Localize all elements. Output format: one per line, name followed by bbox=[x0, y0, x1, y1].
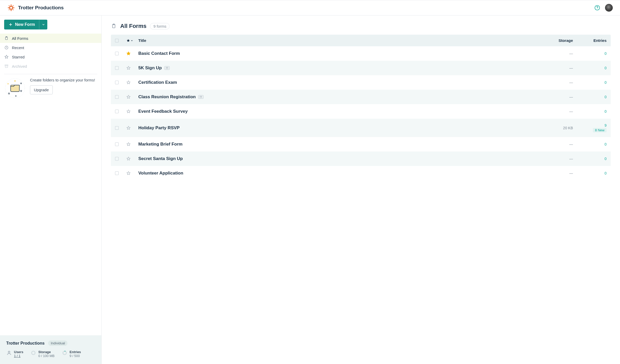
svg-point-14 bbox=[8, 351, 10, 353]
row-checkbox[interactable] bbox=[115, 157, 119, 161]
entries-cell[interactable]: 0 bbox=[573, 95, 607, 99]
svg-point-13 bbox=[16, 96, 16, 96]
column-storage[interactable]: Storage bbox=[539, 38, 573, 43]
stat-storage: Storage 0 / 100 MB bbox=[31, 350, 55, 358]
user-icon bbox=[6, 350, 12, 356]
row-checkbox[interactable] bbox=[115, 95, 119, 99]
sidebar-item-starred[interactable]: Starred bbox=[0, 52, 101, 62]
table-row[interactable]: Marketing Brief Form — 0 bbox=[111, 137, 611, 151]
form-title[interactable]: Basic Contact Form bbox=[138, 51, 539, 56]
form-title[interactable]: Holiday Party RSVP bbox=[138, 125, 539, 131]
form-title[interactable]: Secret Santa Sign Up bbox=[138, 156, 539, 161]
entries-cell[interactable]: 0 bbox=[573, 109, 607, 113]
svg-point-0 bbox=[10, 6, 13, 9]
sidebar-item-all-forms[interactable]: All Forms bbox=[0, 34, 101, 43]
form-title[interactable]: Class Reunion Registration bbox=[138, 94, 539, 100]
form-title[interactable]: Certification Exam bbox=[138, 80, 539, 85]
brand-logo-icon bbox=[7, 4, 15, 12]
row-checkbox[interactable] bbox=[115, 142, 119, 146]
table-row[interactable]: Event Feedback Survey — 0 bbox=[111, 104, 611, 119]
storage-value: — bbox=[539, 142, 573, 146]
row-star-toggle[interactable] bbox=[126, 157, 138, 161]
brand[interactable]: Trotter Productions bbox=[7, 4, 64, 12]
row-checkbox[interactable] bbox=[115, 66, 119, 70]
help-icon[interactable] bbox=[594, 5, 600, 11]
folders-promo: Create folders to organize your forms! U… bbox=[0, 77, 101, 103]
row-star-toggle[interactable] bbox=[126, 95, 138, 99]
column-title[interactable]: Title bbox=[138, 38, 539, 43]
stat-users[interactable]: Users 1 / 1 bbox=[6, 350, 23, 358]
star-icon bbox=[4, 55, 9, 59]
entries-count: 0 bbox=[604, 51, 607, 56]
table-row[interactable]: Secret Santa Sign Up — 0 bbox=[111, 151, 611, 166]
row-checkbox[interactable] bbox=[115, 110, 119, 113]
folder-art-icon bbox=[4, 77, 26, 99]
page-count-badge: 9 forms bbox=[150, 23, 170, 29]
stat-value: 9 / 500 bbox=[70, 354, 81, 358]
entries-cell[interactable]: 0 bbox=[573, 66, 607, 70]
entries-count: 0 bbox=[604, 157, 607, 161]
table-row[interactable]: 5K Sign Up — 0 bbox=[111, 61, 611, 75]
clock-icon bbox=[4, 45, 9, 50]
stat-value[interactable]: 1 / 1 bbox=[14, 354, 23, 358]
form-title[interactable]: Marketing Brief Form bbox=[138, 142, 539, 147]
table-row[interactable]: Volunteer Application — 0 bbox=[111, 166, 611, 180]
row-star-toggle[interactable] bbox=[126, 126, 138, 130]
upgrade-button[interactable]: Upgrade bbox=[30, 85, 53, 94]
entries-cell[interactable]: 0 bbox=[573, 142, 607, 146]
svg-rect-10 bbox=[20, 90, 22, 92]
row-checkbox[interactable] bbox=[115, 81, 119, 84]
form-title[interactable]: 5K Sign Up bbox=[138, 65, 539, 71]
row-checkbox[interactable] bbox=[115, 171, 119, 175]
stat-label: Users bbox=[14, 350, 23, 354]
stat-value: 0 / 100 MB bbox=[38, 354, 55, 358]
entries-count: 0 bbox=[604, 95, 607, 99]
table-row[interactable]: Holiday Party RSVP 20 KB 98 New bbox=[111, 119, 611, 137]
row-checkbox[interactable] bbox=[115, 52, 119, 55]
row-star-toggle[interactable] bbox=[126, 51, 138, 56]
table-row[interactable]: Basic Contact Form — 0 bbox=[111, 46, 611, 61]
storage-value: — bbox=[539, 51, 573, 56]
entries-cell[interactable]: 0 bbox=[573, 51, 607, 56]
sort-by-star[interactable] bbox=[126, 39, 138, 42]
row-checkbox[interactable] bbox=[115, 126, 119, 130]
column-entries[interactable]: Entries bbox=[573, 38, 607, 43]
entries-count: 0 bbox=[604, 66, 607, 70]
chevron-down-icon bbox=[131, 39, 133, 42]
new-entries-badge: 8 New bbox=[593, 128, 607, 132]
sidebar-item-recent[interactable]: Recent bbox=[0, 43, 101, 52]
svg-rect-21 bbox=[200, 96, 202, 98]
progress-ring-icon bbox=[62, 350, 67, 356]
new-form-chevron[interactable] bbox=[39, 20, 47, 29]
new-form-button[interactable]: New Form bbox=[4, 20, 47, 29]
entries-count: 0 bbox=[604, 109, 607, 113]
row-star-toggle[interactable] bbox=[126, 171, 138, 175]
table-row[interactable]: Class Reunion Registration — 0 bbox=[111, 90, 611, 104]
entries-count: 0 bbox=[604, 80, 607, 85]
entries-cell[interactable]: 0 bbox=[573, 157, 607, 161]
sidebar-item-archived[interactable]: Archived bbox=[0, 62, 101, 71]
row-star-toggle[interactable] bbox=[126, 109, 138, 113]
select-all-checkbox[interactable] bbox=[115, 39, 119, 42]
storage-value: — bbox=[539, 157, 573, 161]
svg-rect-20 bbox=[166, 67, 168, 69]
footer-plan-badge: Individual bbox=[48, 340, 67, 346]
entries-cell[interactable]: 0 bbox=[573, 171, 607, 175]
entries-count: 0 bbox=[604, 142, 607, 146]
divider bbox=[4, 74, 97, 74]
clipboard-icon bbox=[4, 36, 9, 41]
row-star-toggle[interactable] bbox=[126, 80, 138, 85]
storage-value: 20 KB bbox=[539, 126, 573, 130]
form-title[interactable]: Event Feedback Survey bbox=[138, 109, 539, 114]
stat-label: Storage bbox=[38, 350, 55, 354]
svg-point-9 bbox=[7, 84, 8, 84]
stat-entries: Entries 9 / 500 bbox=[62, 350, 81, 358]
form-title[interactable]: Volunteer Application bbox=[138, 171, 539, 176]
table-row[interactable]: Certification Exam — 0 bbox=[111, 75, 611, 90]
entries-cell[interactable]: 0 bbox=[573, 80, 607, 85]
row-star-toggle[interactable] bbox=[126, 142, 138, 146]
avatar[interactable] bbox=[605, 4, 613, 12]
row-star-toggle[interactable] bbox=[126, 66, 138, 70]
entries-cell[interactable]: 98 New bbox=[573, 123, 607, 132]
svg-rect-6 bbox=[5, 65, 8, 66]
